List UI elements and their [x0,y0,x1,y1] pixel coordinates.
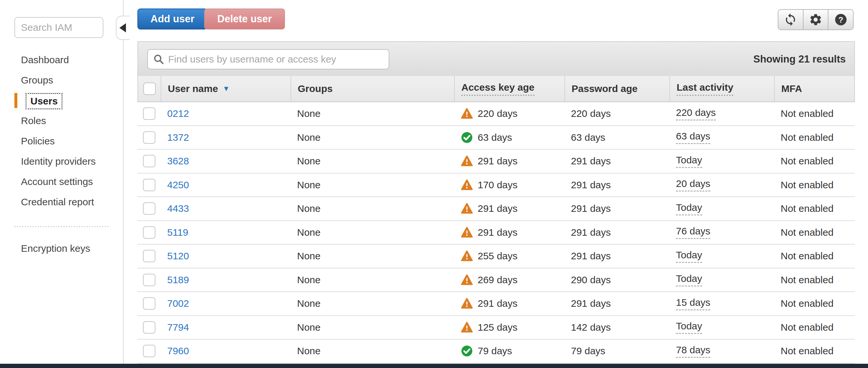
gear-icon [809,13,823,27]
add-user-button[interactable]: Add user [137,8,208,29]
table-body: 0212 None 220 days 220 days [137,102,855,363]
col-password-age[interactable]: Password age [565,76,670,102]
table-row: 4250 None 170 days 291 days [137,173,855,197]
last-activity-text: 63 days [676,131,710,144]
user-name-link[interactable]: 4433 [167,203,189,214]
mfa-cell: Not enabled [774,173,855,197]
user-name-link[interactable]: 5120 [167,251,189,262]
col-label: User name [168,83,218,94]
access-key-age-text: 291 days [478,203,518,214]
row-checkbox[interactable] [143,345,155,357]
row-checkbox[interactable] [143,107,155,120]
refresh-button[interactable] [778,10,803,29]
last-activity-text: 15 days [676,297,710,310]
settings-button[interactable] [803,10,828,29]
row-checkbox[interactable] [143,274,155,286]
access-key-age-text: 269 days [478,274,518,285]
selection-bar [14,93,17,108]
sidebar-item-credential-report[interactable]: Credential report [0,192,123,212]
row-select-cell [137,245,161,268]
mfa-cell: Not enabled [774,292,855,315]
password-age-cell: 291 days [564,173,670,197]
user-name-link[interactable]: 0212 [167,108,189,119]
user-name-link[interactable]: 7002 [167,298,189,309]
user-name-link[interactable]: 7794 [167,322,189,333]
row-select-cell [137,150,161,173]
find-users-box[interactable] [147,49,389,69]
help-button[interactable]: ? [828,10,853,29]
search-iam-input[interactable] [14,17,103,38]
sidebar-item-encryption-keys[interactable]: Encryption keys [0,238,123,259]
row-checkbox[interactable] [143,226,155,239]
col-groups[interactable]: Groups [291,76,455,102]
sort-desc-icon: ▼ [222,84,230,93]
access-key-age-cell: 255 days [454,245,564,268]
sidebar-item-groups[interactable]: Groups [0,70,123,90]
sidebar-item-policies[interactable]: Policies [0,131,123,151]
user-name-link[interactable]: 4250 [167,179,189,191]
user-name-link[interactable]: 5189 [167,274,189,285]
row-select-cell [137,268,161,292]
groups-cell: None [290,245,454,268]
row-checkbox[interactable] [143,202,155,215]
warning-icon [461,179,473,191]
user-name-cell: 3628 [161,150,290,173]
groups-cell: None [290,316,454,339]
col-mfa[interactable]: MFA [775,76,856,102]
table-row: 4433 None 291 days 291 days [137,197,855,221]
user-name-link[interactable]: 3628 [167,155,189,167]
access-key-age-text: 255 days [478,251,518,262]
password-age-cell: 142 days [564,316,670,339]
mfa-cell: Not enabled [774,245,855,268]
sidebar-collapse-button[interactable] [116,16,130,40]
sidebar: Dashboard Groups Users Roles Policies Id… [0,0,124,364]
select-all-checkbox[interactable] [143,83,156,95]
groups-cell: None [290,150,454,173]
groups-cell: None [290,126,454,149]
row-checkbox[interactable] [143,321,155,334]
user-name-link[interactable]: 7960 [167,345,189,357]
col-user-name[interactable]: User name ▼ [161,76,291,102]
access-key-age-cell: 170 days [454,173,564,197]
warning-icon [461,274,473,286]
row-select-cell [137,292,161,315]
sidebar-item-account-settings[interactable]: Account settings [0,172,123,192]
sidebar-item-identity-providers[interactable]: Identity providers [0,151,123,172]
col-access-key-age[interactable]: Access key age [455,76,565,102]
warning-icon [461,155,473,167]
row-checkbox[interactable] [143,297,155,310]
password-age-cell: 79 days [564,340,670,363]
console-footer-bar [0,364,868,368]
help-icon: ? [834,13,848,27]
table-row: 7002 None 291 days 291 days [137,292,855,316]
last-activity-text: Today [676,320,702,334]
col-last-activity[interactable]: Last activity [670,76,775,102]
find-users-input[interactable] [167,50,389,68]
delete-user-button[interactable]: Delete user [204,8,285,29]
sidebar-item-roles[interactable]: Roles [0,111,123,131]
mfa-cell: Not enabled [774,221,855,244]
access-key-age-cell: 291 days [454,292,564,315]
row-checkbox[interactable] [143,131,155,144]
last-activity-text: 220 days [676,107,716,120]
user-name-cell: 4433 [161,197,290,220]
mfa-cell: Not enabled [774,197,855,220]
sidebar-item-dashboard[interactable]: Dashboard [0,50,123,70]
access-key-age-text: 220 days [478,108,518,119]
row-checkbox[interactable] [143,250,155,262]
toolbar-icon-group: ? [778,9,854,30]
user-name-link[interactable]: 5119 [167,227,188,238]
sidebar-item-users[interactable]: Users [0,90,123,111]
mfa-cell: Not enabled [774,126,855,149]
groups-cell: None [290,197,454,220]
access-key-age-cell: 291 days [454,197,564,220]
access-key-age-cell: 291 days [454,150,564,173]
password-age-cell: 63 days [564,126,670,149]
user-name-link[interactable]: 1372 [167,132,189,143]
row-checkbox[interactable] [143,179,155,191]
results-count: Showing 21 results [753,42,846,77]
sidebar-item-label: Policies [21,136,55,146]
row-checkbox[interactable] [143,155,155,167]
last-activity-text: 20 days [676,178,710,192]
access-key-age-text: 125 days [478,322,518,333]
